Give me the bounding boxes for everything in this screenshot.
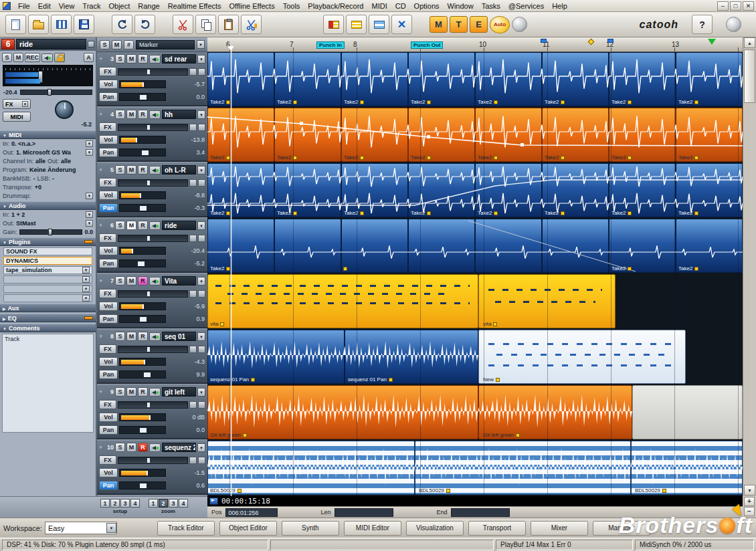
dropdown-icon[interactable] (86, 149, 93, 156)
audio-clip[interactable] (478, 385, 632, 439)
menu-edit[interactable]: Edit (34, 1, 55, 11)
undo-button[interactable] (112, 15, 132, 34)
pan-button[interactable]: Pan (99, 481, 118, 490)
new-file-button[interactable] (5, 15, 26, 34)
fx-option-button[interactable] (189, 124, 197, 131)
record-button[interactable]: REC (25, 53, 40, 62)
crossfade-editor-button[interactable] (391, 15, 412, 34)
chevron-down-icon[interactable] (197, 221, 205, 230)
audio-clip[interactable] (609, 52, 676, 106)
cut-button[interactable] (173, 15, 193, 34)
zoom-2-button[interactable]: 2 (159, 499, 168, 508)
audio-clip[interactable] (609, 163, 676, 217)
expand-icon[interactable] (99, 222, 104, 229)
midi-lsb-value[interactable]: - (52, 175, 54, 182)
fx-button[interactable]: FX (99, 67, 116, 76)
menu-services[interactable]: @Services (504, 1, 548, 11)
audio-clip[interactable] (207, 108, 274, 162)
zoom-1-button[interactable]: 1 (149, 499, 158, 508)
workspace-select[interactable]: Easy (45, 522, 117, 534)
solo-button[interactable]: S (115, 387, 125, 397)
pan-fader[interactable] (119, 481, 166, 489)
fx-slider[interactable] (118, 401, 188, 409)
auto-button[interactable]: Auto (490, 16, 510, 33)
dropdown-icon[interactable] (86, 140, 93, 147)
plugins-section-header[interactable]: Plugins (0, 237, 96, 246)
volume-button[interactable]: Vol (99, 80, 118, 89)
fx-slider[interactable] (118, 179, 188, 187)
menu-playback-record[interactable]: Playback/Record (304, 1, 367, 11)
split-button[interactable] (241, 15, 262, 34)
midi-clip[interactable] (207, 274, 478, 328)
midi-section-header[interactable]: MIDI (0, 130, 96, 139)
zoom-3-button[interactable]: 3 (169, 499, 178, 508)
fx-option-button[interactable] (198, 124, 205, 131)
speaker-icon[interactable] (149, 277, 161, 286)
audio-clip[interactable] (274, 163, 341, 217)
open-button[interactable] (28, 15, 49, 34)
transport-button[interactable]: Transport (468, 521, 526, 536)
volume-button[interactable]: Vol (99, 357, 118, 366)
plugin-slot-empty[interactable] (3, 276, 92, 284)
chevron-down-icon[interactable] (197, 40, 205, 49)
track-name[interactable]: ride (162, 221, 196, 230)
fx-button[interactable]: FX (3, 99, 31, 109)
fx-option-button[interactable] (189, 346, 197, 353)
end-field[interactable] (451, 508, 510, 517)
chevron-down-icon[interactable] (197, 443, 205, 452)
audio-out-value[interactable]: StMast (16, 220, 36, 227)
audio-clip[interactable] (207, 385, 478, 439)
audio-clip[interactable] (408, 108, 475, 162)
audio-clip[interactable] (475, 52, 542, 106)
volume-fader[interactable] (119, 413, 166, 421)
punch-in-marker[interactable]: Punch In (316, 41, 345, 49)
chevron-down-icon[interactable] (197, 332, 205, 341)
blue-marker-icon[interactable] (541, 39, 547, 43)
track-name[interactable]: seq 01 (162, 332, 196, 341)
solo-button[interactable]: S (115, 221, 125, 230)
track-name[interactable]: sequenz 2 (162, 443, 196, 452)
eq-section-header[interactable]: EQ (0, 314, 96, 322)
help-button[interactable]: ? (692, 15, 713, 34)
speaker-icon[interactable] (149, 221, 161, 230)
mute-button[interactable]: M (126, 221, 136, 230)
gain-slider[interactable] (19, 229, 83, 235)
fx-slider[interactable] (118, 290, 188, 298)
fx-button[interactable]: FX (99, 289, 116, 298)
fx-button[interactable]: FX (99, 122, 116, 132)
fx-slider[interactable] (118, 346, 188, 353)
record-button[interactable]: R (138, 54, 148, 64)
fx-button[interactable]: FX (99, 344, 116, 354)
scrollbar-thumb[interactable] (744, 49, 755, 103)
midi-toggle-button[interactable]: MIDI (3, 112, 31, 122)
audio-clip[interactable] (274, 108, 341, 162)
panel-collapse-icon[interactable] (88, 41, 94, 47)
mute-button[interactable]: M (13, 53, 23, 62)
aux-section-header[interactable]: Aux (0, 304, 96, 312)
menu-offline-effects[interactable]: Offline Effects (225, 1, 279, 11)
volume-button[interactable]: Vol (99, 302, 118, 311)
fx-option-button[interactable] (198, 68, 205, 76)
blue-marker-icon[interactable] (607, 39, 613, 43)
audio-clip[interactable] (341, 219, 408, 273)
speaker-icon[interactable] (149, 55, 161, 64)
audio-clip[interactable] (632, 385, 743, 439)
mute-button[interactable]: M (126, 54, 136, 64)
mute-button[interactable]: M (126, 276, 136, 286)
pan-fader[interactable] (119, 204, 166, 212)
fx-option-button[interactable] (189, 235, 197, 242)
audio-clip[interactable] (542, 108, 609, 162)
track-name[interactable]: sd rear (162, 54, 196, 64)
pan-fader[interactable] (119, 370, 166, 378)
track-editor-button[interactable]: Track Editor (157, 521, 215, 536)
dropdown-icon[interactable] (86, 211, 93, 218)
chevron-down-icon[interactable] (197, 55, 205, 64)
audio-clip[interactable] (475, 108, 542, 162)
zoom-in-button[interactable] (744, 497, 755, 506)
audio-clip[interactable] (676, 219, 743, 273)
setup-2-button[interactable]: 2 (110, 499, 120, 508)
timeline-ruler[interactable]: 6 7 8 9 10 11 12 13 Punch In Punch Out (207, 37, 743, 52)
setup-1-button[interactable]: 1 (100, 499, 110, 508)
menu-realtime-effects[interactable]: Realtime Effects (164, 1, 225, 11)
midi-in-value[interactable]: 0. <n.a.> (11, 140, 35, 147)
